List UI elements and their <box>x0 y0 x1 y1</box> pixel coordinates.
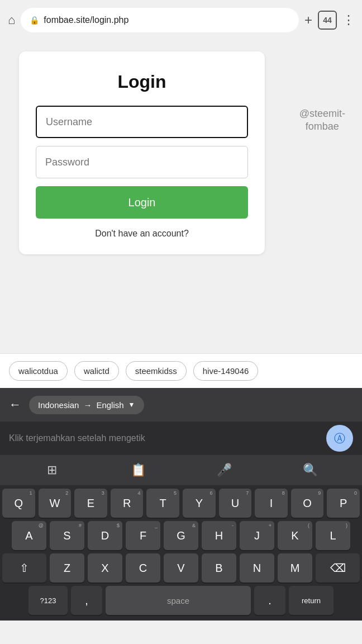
suggestions-bar: walicotdua walictd steemkidss hive-14904… <box>0 353 362 388</box>
translation-bar: ← Indonesian → English ▼ <box>0 388 362 422</box>
comma-key[interactable]: , <box>71 586 102 615</box>
browser-chrome: ⌂ 🔒 fombae.site/login.php + 44 ⋮ <box>0 0 362 40</box>
key-Y[interactable]: 6Y <box>183 489 216 518</box>
suggestion-walictd[interactable]: walictd <box>74 361 119 381</box>
return-key[interactable]: return <box>289 586 334 615</box>
microphone-icon[interactable]: 🎤 <box>212 458 236 482</box>
home-icon[interactable]: ⌂ <box>8 13 15 27</box>
key-S[interactable]: #S <box>50 521 84 550</box>
key-E[interactable]: 3E <box>74 489 107 518</box>
key-C[interactable]: C <box>126 553 160 583</box>
period-key[interactable]: . <box>254 586 285 615</box>
key-K[interactable]: (K <box>278 521 312 550</box>
login-title: Login <box>36 72 248 92</box>
suggestion-steemkidss[interactable]: steemkidss <box>126 361 187 381</box>
translation-placeholder: Klik terjemahkan setelah mengetik <box>9 433 145 443</box>
key-Q[interactable]: 1Q <box>2 489 35 518</box>
webpage-area: Login Login Don't have an account? @stee… <box>0 40 362 353</box>
menu-icon[interactable]: ⋮ <box>342 13 354 27</box>
keyboard-area: ← Indonesian → English ▼ Klik terjemahka… <box>0 388 362 621</box>
key-row-4: ?123 , space . return <box>2 586 360 615</box>
key-W[interactable]: 2W <box>39 489 72 518</box>
key-G[interactable]: &G <box>164 521 198 550</box>
key-T[interactable]: 5T <box>146 489 179 518</box>
key-I[interactable]: 8I <box>255 489 288 518</box>
key-row-1: 1Q 2W 3E 4R 5T 6Y 7U 8I 9O 0P <box>2 489 360 518</box>
username-input[interactable] <box>36 106 248 138</box>
shift-key[interactable]: ⇧ <box>2 553 46 583</box>
space-key[interactable]: space <box>106 586 251 615</box>
suggestion-walicotdua[interactable]: walicotdua <box>9 361 68 381</box>
key-J[interactable]: +J <box>240 521 274 550</box>
key-U[interactable]: 7U <box>219 489 252 518</box>
from-language: Indonesian <box>38 400 79 410</box>
key-O[interactable]: 9O <box>291 489 324 518</box>
keyboard-rows: 1Q 2W 3E 4R 5T 6Y 7U 8I 9O 0P @A #S $D _… <box>0 485 362 621</box>
key-R[interactable]: 4R <box>111 489 144 518</box>
address-bar[interactable]: 🔒 fombae.site/login.php <box>21 8 299 32</box>
steemit-label: @steemit-fombae <box>299 107 345 134</box>
login-card: Login Login Don't have an account? <box>19 51 265 254</box>
clipboard-icon[interactable]: 📋 <box>126 458 150 482</box>
login-button[interactable]: Login <box>36 186 248 219</box>
no-account-text: Don't have an account? <box>36 229 248 239</box>
key-Z[interactable]: Z <box>50 553 84 583</box>
grid-icon[interactable]: ⊞ <box>40 458 64 482</box>
key-B[interactable]: B <box>202 553 236 583</box>
translation-selector[interactable]: Indonesian → English ▼ <box>29 396 144 414</box>
search-icon[interactable]: 🔍 <box>298 458 322 482</box>
dropdown-arrow-icon: ▼ <box>128 401 135 409</box>
backspace-key[interactable]: ⌫ <box>316 553 360 583</box>
url-text: fombae.site/login.php <box>44 15 128 25</box>
key-row-2: @A #S $D _F &G -H +J (K )L <box>2 521 360 550</box>
key-V[interactable]: V <box>164 553 198 583</box>
back-arrow-icon[interactable]: ← <box>9 397 21 412</box>
key-N[interactable]: N <box>240 553 274 583</box>
key-A[interactable]: @A <box>12 521 46 550</box>
symbols-key[interactable]: ?123 <box>28 586 68 615</box>
key-L[interactable]: )L <box>316 521 350 550</box>
translation-input-area: Klik terjemahkan setelah mengetik Ⓐ <box>0 422 362 455</box>
key-X[interactable]: X <box>88 553 122 583</box>
keyboard-toolbar: ⊞ 📋 🎤 🔍 <box>0 455 362 485</box>
key-M[interactable]: M <box>278 553 312 583</box>
translate-icon: Ⓐ <box>334 431 345 446</box>
tab-count[interactable]: 44 <box>318 11 337 30</box>
key-F[interactable]: _F <box>126 521 160 550</box>
suggestion-hive[interactable]: hive-149046 <box>193 361 259 381</box>
to-language: English <box>96 400 123 410</box>
key-H[interactable]: -H <box>202 521 236 550</box>
add-tab-icon[interactable]: + <box>304 12 312 28</box>
translate-button[interactable]: Ⓐ <box>326 425 353 452</box>
arrow-icon: → <box>83 400 92 410</box>
lock-icon: 🔒 <box>30 16 39 25</box>
password-input[interactable] <box>36 146 248 178</box>
key-D[interactable]: $D <box>88 521 122 550</box>
key-P[interactable]: 0P <box>327 489 360 518</box>
key-row-3: ⇧ Z X C V B N M ⌫ <box>2 553 360 583</box>
